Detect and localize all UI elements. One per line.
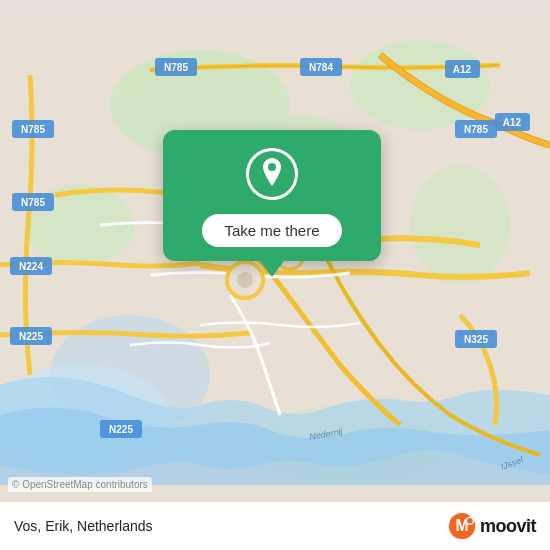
- svg-text:N225: N225: [19, 331, 43, 342]
- map-container: N784 N785 N785 A12 A12 N785 N224 N225 N2…: [0, 0, 550, 550]
- popup-card: Take me there: [163, 130, 381, 261]
- moovit-icon: M: [448, 512, 476, 540]
- svg-text:N785: N785: [164, 62, 188, 73]
- svg-text:A12: A12: [503, 117, 522, 128]
- svg-point-4: [410, 165, 510, 285]
- location-info: Vos, Erik, Netherlands: [14, 518, 153, 534]
- svg-text:N784: N784: [309, 62, 333, 73]
- svg-text:N785: N785: [464, 124, 488, 135]
- svg-text:N325: N325: [464, 334, 488, 345]
- moovit-logo: M moovit: [448, 512, 536, 540]
- svg-point-37: [268, 163, 276, 171]
- osm-credit: © OpenStreetMap contributors: [8, 477, 152, 492]
- moovit-text: moovit: [480, 516, 536, 537]
- svg-text:N225: N225: [109, 424, 133, 435]
- bottom-bar: Vos, Erik, Netherlands M moovit: [0, 501, 550, 550]
- location-icon-circle: [246, 148, 298, 200]
- svg-text:N785: N785: [21, 197, 45, 208]
- location-pin-icon: [260, 158, 284, 190]
- svg-text:A12: A12: [453, 64, 472, 75]
- location-name: Vos, Erik, Netherlands: [14, 518, 153, 534]
- take-me-there-button[interactable]: Take me there: [202, 214, 341, 247]
- svg-text:N785: N785: [21, 124, 45, 135]
- svg-point-34: [237, 272, 253, 288]
- svg-text:N224: N224: [19, 261, 43, 272]
- svg-point-40: [466, 517, 473, 524]
